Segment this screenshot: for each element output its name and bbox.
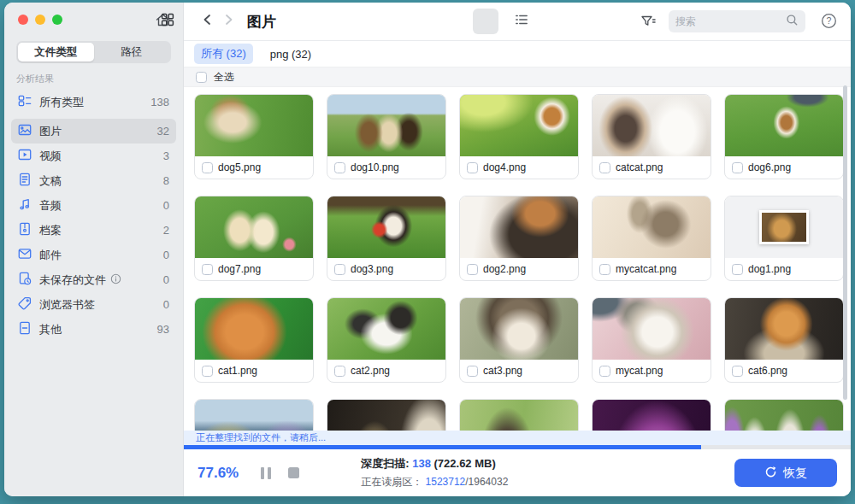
sidebar-item-label: 音频 [39, 198, 62, 214]
file-card-partial[interactable] [459, 399, 579, 431]
deep-scan-label: 深度扫描: [361, 457, 409, 470]
sidebar-item-archive[interactable]: 档案2 [11, 218, 176, 243]
file-thumbnail [460, 95, 578, 156]
sidebar-item-label: 所有类型 [39, 95, 84, 110]
vertical-scrollbar[interactable] [843, 85, 847, 400]
sidebar-item-count: 0 [163, 199, 169, 212]
file-checkbox[interactable] [599, 264, 610, 275]
filter-funnel-icon [640, 17, 657, 32]
help-icon: ? [821, 17, 837, 32]
recover-button[interactable]: 恢复 [734, 459, 837, 487]
list-view-button[interactable] [509, 9, 534, 34]
sidebar-item-count: 0 [163, 273, 169, 286]
file-card[interactable]: dog2.png [459, 196, 579, 281]
status-message-bar: 正在整理找到的文件，请稍后... [184, 431, 851, 445]
scan-info: 深度扫描: 138 (722.62 MB) 正在读扇区： 1523712/196… [361, 456, 508, 489]
file-card[interactable]: cat6.png [724, 297, 844, 383]
file-thumbnail [327, 400, 445, 431]
file-checkbox[interactable] [732, 162, 743, 173]
file-checkbox[interactable] [202, 366, 213, 377]
file-card[interactable]: cat2.png [327, 297, 446, 383]
bottom-bar: 77.6% 深度扫描: 138 (722.62 MB) 正在读扇区： 15237… [184, 449, 851, 496]
file-card-partial[interactable] [194, 399, 314, 431]
toolbar: 图片 [184, 3, 851, 40]
file-thumbnail [593, 95, 711, 156]
sidebar-item-other[interactable]: 其他93 [11, 317, 176, 342]
pause-icon [261, 467, 264, 479]
stop-button[interactable] [288, 467, 299, 478]
file-thumbnail [460, 298, 578, 360]
sidebar-item-bookmark[interactable]: 浏览器书签0 [11, 292, 176, 317]
file-card[interactable]: dog10.png [327, 94, 446, 179]
minimize-window-button[interactable] [35, 15, 45, 25]
file-card[interactable]: mycat.png [592, 297, 711, 383]
pause-button[interactable] [261, 467, 271, 479]
file-card-partial[interactable] [327, 399, 446, 431]
file-name: cat3.png [483, 365, 522, 377]
tab-file-type[interactable]: 文件类型 [18, 43, 94, 62]
help-button[interactable]: ? [821, 13, 837, 32]
file-checkbox[interactable] [334, 162, 345, 173]
file-checkbox[interactable] [467, 264, 478, 275]
file-thumbnail [593, 400, 711, 431]
filter-chip-all[interactable]: 所有 (32) [194, 44, 253, 64]
file-checkbox[interactable] [334, 264, 345, 275]
tab-path[interactable]: 路径 [94, 43, 170, 62]
file-card[interactable]: catcat.png [592, 94, 711, 179]
info-icon [110, 273, 121, 287]
file-checkbox[interactable] [467, 162, 478, 173]
file-card[interactable]: dog6.png [724, 94, 844, 179]
file-checkbox[interactable] [334, 366, 345, 377]
file-checkbox[interactable] [599, 366, 610, 377]
grid-view-icon [161, 13, 280, 30]
sidebar-item-document[interactable]: 文稿8 [11, 168, 176, 193]
file-name: dog1.png [748, 263, 791, 275]
sidebar-item-label: 未保存的文件 [39, 273, 121, 288]
file-thumbnail [725, 400, 843, 431]
sidebar-item-count: 0 [163, 249, 169, 261]
select-all-checkbox[interactable] [196, 72, 207, 83]
sidebar-item-audio[interactable]: 音频0 [11, 193, 176, 218]
close-window-button[interactable] [18, 15, 28, 25]
sidebar-item-count: 3 [163, 149, 169, 162]
sidebar-item-image[interactable]: 图片32 [11, 119, 176, 144]
sidebar-item-all-types[interactable]: 所有类型138 [11, 90, 176, 114]
file-card-partial[interactable] [724, 399, 844, 431]
filter-button[interactable] [640, 14, 657, 32]
select-all-label: 全选 [214, 70, 234, 85]
grid-view-button[interactable] [473, 9, 498, 34]
file-card[interactable]: mycatcat.png [592, 196, 711, 281]
zoom-window-button[interactable] [52, 15, 62, 25]
sidebar-item-count: 93 [157, 323, 169, 336]
file-thumbnail [460, 400, 578, 431]
file-name: dog7.png [218, 263, 261, 275]
file-card[interactable]: dog3.png [327, 196, 446, 281]
filter-chip-png[interactable]: png (32) [263, 45, 318, 63]
file-thumbnail [593, 298, 711, 360]
file-checkbox[interactable] [732, 264, 743, 275]
file-card[interactable]: dog5.png [194, 94, 314, 179]
main-area: 图片 [184, 3, 851, 496]
sidebar-tabs: 文件类型 路径 [16, 41, 171, 63]
search-input[interactable] [675, 15, 786, 27]
file-checkbox[interactable] [202, 162, 213, 173]
file-card[interactable]: dog1.png [724, 196, 844, 281]
file-checkbox[interactable] [599, 162, 610, 173]
file-checkbox[interactable] [467, 366, 478, 377]
image-icon [18, 123, 32, 140]
file-card[interactable]: cat1.png [194, 297, 314, 383]
file-thumbnail [195, 298, 313, 360]
sidebar-item-unsaved-file[interactable]: 未保存的文件 0 [11, 267, 176, 292]
file-card[interactable]: dog7.png [194, 196, 314, 281]
file-checkbox[interactable] [732, 366, 743, 377]
file-card[interactable]: cat3.png [459, 297, 579, 383]
file-thumbnail [195, 95, 313, 156]
file-card-partial[interactable] [592, 399, 711, 431]
window-controls [18, 15, 62, 25]
sidebar-item-mail[interactable]: 邮件0 [11, 243, 176, 267]
file-card[interactable]: dog4.png [459, 94, 579, 179]
sector-total: /1964032 [465, 476, 508, 488]
sidebar-item-video[interactable]: 视频3 [11, 144, 176, 168]
file-checkbox[interactable] [202, 264, 213, 275]
file-name: cat6.png [748, 365, 787, 377]
